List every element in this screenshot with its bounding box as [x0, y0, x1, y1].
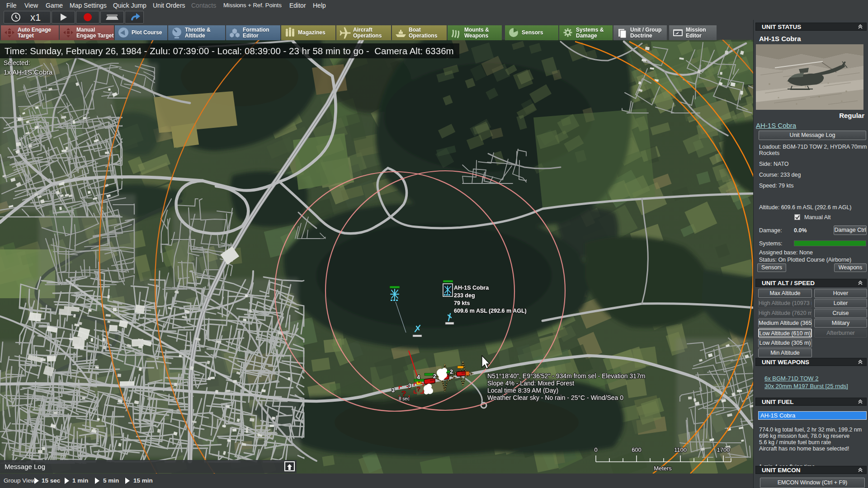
svg-text:3: 3 — [408, 383, 411, 389]
svg-text:2: 2 — [450, 369, 453, 375]
svg-text:79 kts: 79 kts — [454, 300, 470, 306]
svg-text:Slope 4% - Land: Mixed Forest: Slope 4% - Land: Mixed Forest — [487, 380, 574, 387]
svg-text:?: ? — [416, 385, 420, 393]
svg-text:233 deg: 233 deg — [454, 292, 475, 299]
svg-text:4: 4 — [417, 374, 420, 380]
svg-text:Local time 8:39 AM (Day): Local time 8:39 AM (Day) — [487, 387, 558, 394]
svg-text:3: 3 — [392, 387, 395, 394]
svg-text:1100: 1100 — [674, 446, 687, 453]
svg-text:Weather Clear sky - No rain -: Weather Clear sky - No rain - 25°C - Win… — [487, 394, 623, 401]
svg-text:0: 0 — [594, 446, 597, 453]
svg-text:AH-1S Cobra: AH-1S Cobra — [454, 285, 489, 291]
svg-text:8 sec: 8 sec — [399, 396, 410, 401]
svg-text:600: 600 — [632, 446, 642, 453]
svg-text:2: 2 — [433, 373, 436, 380]
svg-text:N51°18'40", E9°36'52" - 934m f: N51°18'40", E9°36'52" - 934m from sel - … — [487, 372, 645, 380]
svg-text:Meters: Meters — [654, 465, 672, 472]
svg-text:1700: 1700 — [717, 446, 730, 453]
svg-text:609.6 m ASL (292.6 m AGL): 609.6 m ASL (292.6 m AGL) — [454, 308, 527, 314]
svg-text:x1: x1 — [30, 12, 41, 23]
